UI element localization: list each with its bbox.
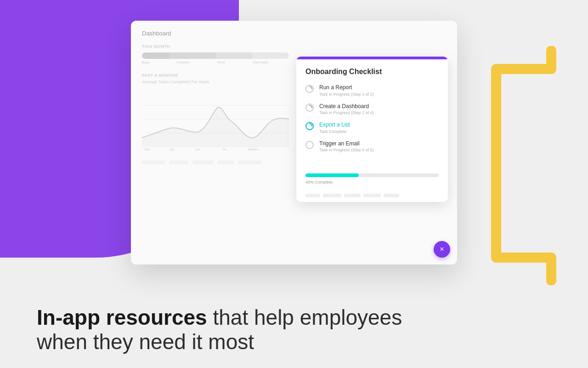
svg-point-12 (306, 141, 313, 149)
bar-label-sales: Total Sales (253, 61, 268, 64)
line-chart: Mar Apr Jun Oc.. Septem.. (142, 92, 289, 151)
create-dashboard-icon (305, 104, 315, 113)
checklist-item-trigger-email[interactable]: Trigger an Email Task in Progress (Step … (305, 140, 439, 153)
progress-track (305, 173, 439, 177)
export-list-label: Export a List (319, 121, 350, 129)
export-list-sublabel: Task Complete (319, 129, 350, 134)
bar-fill-2 (170, 52, 215, 59)
dashboard-progress-bar (142, 52, 289, 59)
checklist-bottom-table (296, 191, 448, 202)
svg-text:Septem..: Septem.. (248, 148, 260, 151)
chart-area: Mar Apr Jun Oc.. Septem.. (142, 92, 289, 151)
trigger-email-sublabel: Task in Progress (Step 0 of 5) (319, 148, 374, 152)
svg-text:Oc..: Oc.. (222, 148, 228, 151)
export-list-text: Export a List Task Complete (319, 121, 350, 134)
bottom-text-bold: In-app resources (37, 305, 207, 329)
checklist-item-create-dashboard[interactable]: Create a Dashboard Task in Progress (Ste… (305, 103, 439, 115)
export-list-icon (305, 122, 315, 131)
svg-text:Apr: Apr (170, 148, 175, 151)
run-report-label: Run a Report (319, 84, 374, 92)
bottom-text-regular: that help employees (207, 305, 402, 329)
this-month-label: THIS MONTH (142, 44, 446, 49)
trigger-email-text: Trigger an Email Task in Progress (Step … (319, 140, 374, 153)
checklist-content: Onboarding Checklist Run a Report Task i… (296, 59, 448, 165)
run-report-icon (305, 85, 315, 94)
svg-text:Jun: Jun (195, 148, 200, 151)
bottom-text-line2: when they need it most (37, 330, 402, 354)
checklist-progress-section: 40% Complete (296, 169, 448, 191)
run-report-sublabel: Task in Progress (Step 1 of 2) (319, 92, 374, 97)
progress-fill (305, 173, 359, 177)
trigger-email-icon (305, 141, 315, 150)
bottom-text-section: In-app resources that help employees whe… (37, 305, 402, 354)
run-report-text: Run a Report Task in Progress (Step 1 of… (319, 84, 374, 97)
close-button[interactable]: × (434, 241, 450, 258)
bar-fill-1 (142, 52, 170, 59)
checklist-title: Onboarding Checklist (305, 68, 439, 76)
bar-fill-3 (215, 52, 252, 59)
yellow-bracket-decoration (459, 46, 588, 285)
close-icon: × (440, 246, 444, 253)
bar-label-features: Features (177, 61, 190, 64)
checklist-item-export-list[interactable]: Export a List Task Complete (305, 121, 439, 134)
checklist-panel: Onboarding Checklist Run a Report Task i… (296, 57, 448, 202)
progress-label: 40% Complete (305, 180, 439, 184)
bar-label-other: Other (217, 61, 226, 64)
bottom-text-line1: In-app resources that help employees (37, 305, 402, 330)
svg-text:Mar: Mar (144, 148, 150, 151)
create-dashboard-sublabel: Task in Progress (Step 2 of 4) (319, 110, 374, 115)
dashboard-title: Dashboard (142, 30, 446, 37)
checklist-item-run-report[interactable]: Run a Report Task in Progress (Step 1 of… (305, 84, 439, 97)
bar-label-bugs: Bugs (142, 61, 149, 64)
trigger-email-label: Trigger an Email (319, 140, 374, 148)
create-dashboard-text: Create a Dashboard Task in Progress (Ste… (319, 103, 374, 115)
create-dashboard-label: Create a Dashboard (319, 103, 374, 110)
main-card: Dashboard THIS MONTH Bugs Features Other… (131, 21, 457, 264)
